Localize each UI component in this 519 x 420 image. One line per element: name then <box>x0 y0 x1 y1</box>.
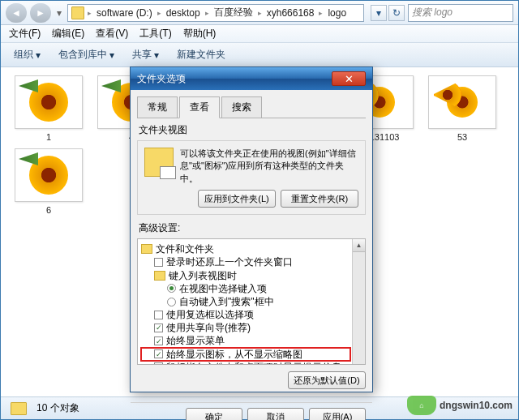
tab-view[interactable]: 查看 <box>179 96 220 118</box>
chevron-right-icon: ▸ <box>88 9 92 17</box>
scroll-up-icon[interactable]: ▲ <box>353 239 365 252</box>
tab-search[interactable]: 搜索 <box>221 96 262 118</box>
list-item[interactable]: 1 <box>9 75 88 142</box>
section-folder-view: 文件夹视图 <box>139 123 366 137</box>
history-dropdown[interactable]: ▾ <box>54 7 64 19</box>
chevron-right-icon: ▸ <box>157 9 161 17</box>
cancel-button[interactable]: 取消 <box>247 408 304 420</box>
chevron-right-icon: ▸ <box>258 9 262 17</box>
breadcrumb[interactable]: logo <box>326 6 348 19</box>
folder-view-icon <box>144 148 174 177</box>
address-bar[interactable]: ▸ software (D:) ▸ desktop ▸ 百度经验 ▸ xyh66… <box>67 4 364 22</box>
nav-toolbar: ◄ ► ▾ ▸ software (D:) ▸ desktop ▸ 百度经验 ▸… <box>1 1 518 25</box>
forward-button[interactable]: ► <box>30 3 51 23</box>
folder-icon <box>71 6 84 19</box>
section-advanced: 高级设置: <box>139 221 366 235</box>
dialog-body: 常规 查看 搜索 文件夹视图 可以将该文件夹正在使用的视图(例如"详细信息"或"… <box>131 90 372 402</box>
menu-help[interactable]: 帮助(H) <box>178 25 221 42</box>
breadcrumb[interactable]: 百度经验 <box>212 5 255 20</box>
tab-general[interactable]: 常规 <box>137 96 178 118</box>
back-button[interactable]: ◄ <box>6 3 27 23</box>
list-item[interactable]: 6 <box>9 148 88 215</box>
item-label: 6 <box>46 205 51 215</box>
apply-button[interactable]: 应用(A) <box>309 408 366 420</box>
checkbox[interactable]: ✓ <box>154 362 163 365</box>
ok-button[interactable]: 确定 <box>186 408 242 420</box>
menu-file[interactable]: 文件(F) <box>4 25 45 42</box>
dropdown-icon[interactable]: ▾ <box>371 5 387 21</box>
chevron-right-icon: ▸ <box>205 9 209 17</box>
organize-button[interactable]: 组织 ▾ <box>7 45 47 64</box>
menu-tools[interactable]: 工具(T) <box>135 25 176 42</box>
tabs: 常规 查看 搜索 <box>137 96 366 118</box>
breadcrumb[interactable]: software (D:) <box>95 6 154 19</box>
breadcrumb[interactable]: desktop <box>165 6 202 19</box>
folder-icon <box>141 244 152 254</box>
include-library-button[interactable]: 包含到库中 ▾ <box>52 45 121 64</box>
reset-folders-button[interactable]: 重置文件夹(R) <box>281 190 358 208</box>
radio[interactable] <box>167 284 176 293</box>
watermark: ⌂ dngswin10.com <box>407 396 513 415</box>
dialog-title: 文件夹选项 <box>137 72 186 86</box>
folder-view-text: 可以将该文件夹正在使用的视图(例如"详细信息"或"图标")应用到所有这种类型的文… <box>180 148 358 185</box>
search-input[interactable]: 搜索 logo <box>408 4 513 22</box>
menu-edit[interactable]: 编辑(E) <box>47 25 89 42</box>
scrollbar[interactable]: ▲ <box>352 239 365 364</box>
folder-options-dialog: 文件夹选项 ✕ 常规 查看 搜索 文件夹视图 可以将该文件夹正在使用的视图(例如… <box>130 66 373 392</box>
menubar: 文件(F) 编辑(E) 查看(V) 工具(T) 帮助(H) <box>1 25 518 43</box>
status-text: 10 个对象 <box>36 401 79 415</box>
checkbox[interactable]: ✓ <box>154 324 163 332</box>
item-label: 1 <box>46 132 51 142</box>
command-bar: 组织 ▾ 包含到库中 ▾ 共享 ▾ 新建文件夹 <box>1 43 518 67</box>
breadcrumb[interactable]: xyh666168 <box>265 6 316 19</box>
checkbox[interactable]: ✓ <box>154 336 163 345</box>
advanced-settings-list[interactable]: 文件和文件夹 登录时还原上一个文件夹窗口 键入列表视图时 在视图中选择键入项 自… <box>137 238 366 365</box>
checkbox[interactable] <box>154 258 163 267</box>
checkbox[interactable] <box>154 311 163 319</box>
close-button[interactable]: ✕ <box>332 71 366 86</box>
list-item[interactable]: 53 <box>422 75 502 142</box>
checkbox[interactable]: ✓ <box>154 349 163 358</box>
menu-view[interactable]: 查看(V) <box>91 25 133 42</box>
folder-icon <box>154 271 165 281</box>
dialog-titlebar[interactable]: 文件夹选项 ✕ <box>131 67 372 90</box>
new-folder-button[interactable]: 新建文件夹 <box>170 45 232 64</box>
refresh-icon[interactable]: ↻ <box>388 5 405 21</box>
address-buttons: ▾ ↻ <box>371 5 405 21</box>
dialog-footer: 确定 取消 应用(A) <box>131 402 372 420</box>
radio[interactable] <box>167 298 176 306</box>
watermark-badge-icon: ⌂ <box>407 396 436 415</box>
folder-icon <box>11 402 27 415</box>
apply-to-folders-button[interactable]: 应用到文件夹(L) <box>198 190 276 208</box>
share-button[interactable]: 共享 ▾ <box>126 45 165 64</box>
restore-defaults-button[interactable]: 还原为默认值(D) <box>288 371 366 389</box>
chevron-right-icon: ▸ <box>319 9 323 17</box>
highlighted-option[interactable]: ✓始终显示图标，从不显示缩略图 <box>141 348 350 361</box>
item-label: 53 <box>457 132 467 142</box>
folder-view-group: 可以将该文件夹正在使用的视图(例如"详细信息"或"图标")应用到所有这种类型的文… <box>137 140 366 215</box>
